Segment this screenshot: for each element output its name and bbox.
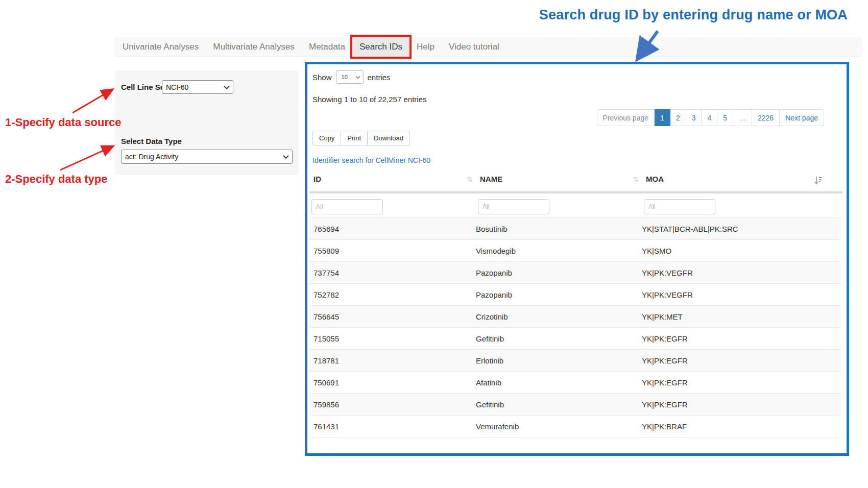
red-arrow-step2 <box>60 147 112 170</box>
column-header-moa[interactable]: MOA <box>646 175 664 183</box>
cell-id: 765694 <box>309 225 476 233</box>
copy-button[interactable]: Copy <box>312 131 341 145</box>
chevron-down-icon <box>355 75 359 79</box>
print-button[interactable]: Print <box>341 131 368 145</box>
tab-univariate-analyses[interactable]: Univariate Analyses <box>115 37 206 57</box>
results-table-body: 765694 Bosutinib YK|STAT|BCR-ABL|PK:SRC … <box>309 217 840 437</box>
cell-id: 752782 <box>309 290 476 299</box>
cell-id: 715055 <box>309 334 476 343</box>
export-button-group: Copy Print Download <box>312 131 410 145</box>
show-label: Show <box>312 73 332 82</box>
sort-icon[interactable]: ⇅ <box>633 176 639 183</box>
moa-filter-input[interactable] <box>644 199 715 214</box>
top-nav-bar: Univariate Analyses Multivariate Analyse… <box>114 37 862 57</box>
next-page-button[interactable]: Next page <box>780 109 824 126</box>
cell-id: 756645 <box>309 312 476 321</box>
entries-label: entries <box>368 73 391 82</box>
page-button-1[interactable]: 1 <box>655 109 670 126</box>
cell-moa: YK|PK:BRAF <box>642 422 840 431</box>
cell-id: 755809 <box>309 247 476 255</box>
cell-name: Erlotinib <box>476 356 642 365</box>
table-row[interactable]: 755809 Vismodegib YK|SMO <box>309 240 840 262</box>
column-header-name[interactable]: NAME <box>480 175 502 183</box>
cell-id: 718781 <box>309 356 476 365</box>
red-arrow-step1 <box>73 90 112 113</box>
cell-line-set-value: NCI-60 <box>166 83 188 91</box>
page-button-2[interactable]: 2 <box>670 109 686 126</box>
cell-name: Vemurafenib <box>476 422 642 431</box>
select-data-type-label: Select Data Type <box>121 137 182 145</box>
page-button-5[interactable]: 5 <box>717 109 733 126</box>
data-source-panel: Cell Line Set NCI-60 Select Data Type ac… <box>115 70 299 175</box>
cell-moa: YK|PK:EGFR <box>642 400 840 409</box>
cell-name: Crizotinib <box>476 312 642 321</box>
data-type-select[interactable]: act: Drug Activity <box>121 150 293 164</box>
cell-moa: YK|PK:MET <box>642 312 840 321</box>
showing-entries-status: Showing 1 to 10 of 22,257 entries <box>312 95 427 104</box>
column-header-id[interactable]: ID <box>314 175 321 183</box>
cell-moa: YK|PK:EGFR <box>642 356 840 365</box>
cell-name: Pazopanib <box>476 269 642 277</box>
id-filter-input[interactable] <box>311 199 383 214</box>
sort-amount-icon[interactable] <box>814 176 823 187</box>
chevron-down-icon <box>224 83 229 89</box>
show-entries-control: Show 10 entries <box>312 70 391 84</box>
previous-page-button[interactable]: Previous page <box>597 109 655 126</box>
annotation-title: Search drug ID by entering drug name or … <box>490 7 848 23</box>
annotation-step1: 1-Specify data source <box>5 116 121 129</box>
data-type-value: act: Drug Activity <box>125 153 178 161</box>
cell-moa: YK|PK:VEGFR <box>642 269 840 277</box>
table-row[interactable]: 761431 Vemurafenib YK|PK:BRAF <box>309 416 840 437</box>
table-row[interactable]: 737754 Pazopanib YK|PK:VEGFR <box>309 262 840 284</box>
page-button-2226[interactable]: 2226 <box>752 109 780 126</box>
cell-line-set-select[interactable]: NCI-60 <box>162 80 233 94</box>
cell-moa: YK|SMO <box>642 247 840 255</box>
cell-moa: YK|PK:VEGFR <box>642 290 840 299</box>
entries-count-value: 10 <box>342 74 348 80</box>
tab-search-ids[interactable]: Search IDs <box>352 37 409 57</box>
cell-name: Gefitinib <box>476 400 642 409</box>
table-row[interactable]: 752782 Pazopanib YK|PK:VEGFR <box>309 284 840 306</box>
cell-id: 750691 <box>309 378 476 387</box>
search-results-panel: Show 10 entries Showing 1 to 10 of 22,25… <box>305 62 849 456</box>
cell-name: Bosutinib <box>476 225 642 233</box>
cell-moa: YK|PK:EGFR <box>642 378 840 387</box>
header-divider <box>309 191 842 193</box>
name-filter-input[interactable] <box>478 199 549 214</box>
tab-help[interactable]: Help <box>409 37 442 57</box>
cell-name: Pazopanib <box>476 290 642 299</box>
sort-icon[interactable]: ⇅ <box>467 176 473 183</box>
tab-metadata[interactable]: Metadata <box>302 37 352 57</box>
table-row[interactable]: 715055 Gefitinib YK|PK:EGFR <box>309 328 840 350</box>
identifier-search-link[interactable]: Identifier search for CellMiner NCI-60 <box>312 156 430 164</box>
cell-id: 759856 <box>309 400 476 409</box>
tab-video-tutorial[interactable]: Video tutorial <box>442 37 507 57</box>
page-button-4[interactable]: 4 <box>702 109 717 126</box>
cell-line-set-label: Cell Line Set <box>121 83 167 91</box>
cell-name: Afatinib <box>476 378 642 387</box>
cell-name: Gefitinib <box>476 334 642 343</box>
page-button-3[interactable]: 3 <box>686 109 702 126</box>
cell-moa: YK|STAT|BCR-ABL|PK:SRC <box>642 225 840 233</box>
table-row[interactable]: 759856 Gefitinib YK|PK:EGFR <box>309 394 840 416</box>
table-row[interactable]: 765694 Bosutinib YK|STAT|BCR-ABL|PK:SRC <box>309 218 840 240</box>
cell-name: Vismodegib <box>476 247 642 255</box>
table-row[interactable]: 718781 Erlotinib YK|PK:EGFR <box>309 350 840 372</box>
tab-multivariate-analyses[interactable]: Multivariate Analyses <box>206 37 302 57</box>
chevron-down-icon <box>283 153 288 159</box>
download-button[interactable]: Download <box>368 131 410 145</box>
pagination: Previous page 1 2 3 4 5 … 2226 Next page <box>597 109 824 126</box>
page-ellipsis: … <box>733 109 752 126</box>
annotation-step2: 2-Specify data type <box>5 173 108 186</box>
table-row[interactable]: 750691 Afatinib YK|PK:EGFR <box>309 372 840 394</box>
cell-id: 761431 <box>309 422 476 431</box>
cell-id: 737754 <box>309 269 476 277</box>
cell-moa: YK|PK:EGFR <box>642 334 840 343</box>
table-row[interactable]: 756645 Crizotinib YK|PK:MET <box>309 306 840 328</box>
entries-count-select[interactable]: 10 <box>336 70 364 84</box>
